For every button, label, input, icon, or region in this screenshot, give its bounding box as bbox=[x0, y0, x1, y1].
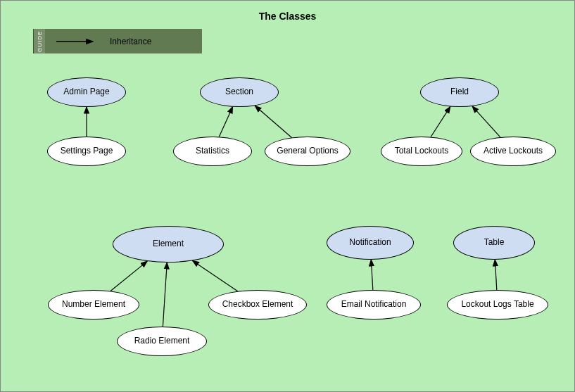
legend-label: Inheritance bbox=[110, 37, 151, 46]
node-field: Field bbox=[420, 77, 499, 107]
inheritance-arrow bbox=[371, 260, 372, 290]
inheritance-arrow bbox=[255, 106, 291, 137]
node-section: Section bbox=[200, 77, 279, 107]
inheritance-arrow bbox=[495, 260, 496, 290]
inheritance-arrow-icon bbox=[55, 37, 97, 46]
inheritance-arrow bbox=[110, 261, 147, 291]
inheritance-arrow bbox=[163, 263, 167, 327]
arrow-layer bbox=[1, 1, 575, 392]
node-lockout-logs-table: Lockout Logs Table bbox=[447, 290, 548, 320]
legend-box: GUIDE Inheritance bbox=[33, 29, 202, 53]
node-admin-page: Admin Page bbox=[47, 77, 126, 107]
diagram-title: The Classes bbox=[1, 11, 574, 22]
node-checkbox-element: Checkbox Element bbox=[208, 290, 307, 320]
node-number-element: Number Element bbox=[48, 290, 139, 320]
inheritance-arrow bbox=[472, 106, 500, 137]
node-radio-element: Radio Element bbox=[117, 327, 207, 356]
inheritance-arrow bbox=[219, 107, 232, 137]
node-table: Table bbox=[453, 226, 535, 260]
node-active-lockouts: Active Lockouts bbox=[470, 137, 556, 166]
node-settings-page: Settings Page bbox=[47, 137, 126, 166]
node-total-lockouts: Total Lockouts bbox=[381, 137, 462, 166]
diagram-canvas: The Classes GUIDE Inheritance Admin Page… bbox=[0, 0, 575, 392]
node-notification: Notification bbox=[327, 226, 414, 260]
node-email-notification: Email Notification bbox=[327, 290, 421, 320]
node-general-options: General Options bbox=[265, 137, 350, 166]
node-statistics: Statistics bbox=[173, 137, 252, 166]
node-element: Element bbox=[113, 226, 224, 263]
legend-tab: GUIDE bbox=[33, 29, 45, 53]
inheritance-arrow bbox=[193, 260, 238, 291]
legend-body: Inheritance bbox=[45, 29, 202, 53]
inheritance-arrow bbox=[431, 106, 450, 137]
